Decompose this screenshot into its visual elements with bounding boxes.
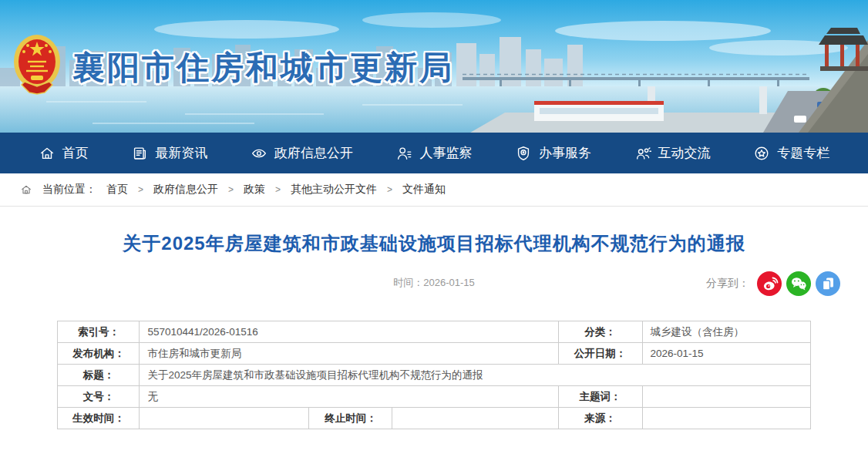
nav-item-home[interactable]: 首页 <box>39 144 89 162</box>
table-row: 标题： 关于2025年房屋建筑和市政基础设施项目招标代理机构不规范行为的通报 <box>58 365 810 386</box>
nav-item-label: 最新资讯 <box>155 144 207 162</box>
nav-item-special-topics[interactable]: 专题专栏 <box>753 144 829 162</box>
pub-date-label: 公开日期： <box>558 343 642 365</box>
table-row: 生效时间： 终止时间： 来源： <box>58 408 810 429</box>
source-label: 来源： <box>558 408 642 429</box>
expiry-label: 终止时间： <box>309 408 392 429</box>
eye-icon <box>251 145 267 162</box>
page-title: 关于2025年房屋建筑和市政基础设施项目招标代理机构不规范行为的通报 <box>46 231 822 256</box>
title-label: 标题： <box>58 365 140 386</box>
national-emblem-icon <box>12 32 62 103</box>
document-meta-table: 索引号： 557010441/2026-01516 分类： 城乡建设（含住房） … <box>57 321 810 429</box>
weibo-share-icon[interactable] <box>757 271 782 296</box>
main-nav: 首页 最新资讯 政府信息公开 人事监察 办事服务 互动交流 专题专栏 <box>0 133 868 173</box>
nav-item-gov-info[interactable]: 政府信息公开 <box>251 144 353 162</box>
breadcrumb-item-policy[interactable]: 政策 <box>244 183 265 197</box>
source-value <box>642 408 810 429</box>
agency-label: 发布机构： <box>58 343 140 365</box>
nav-item-news[interactable]: 最新资讯 <box>131 144 207 162</box>
article-meta-row: 时间：2026-01-15 分享到： <box>0 267 868 299</box>
copy-share-icon[interactable] <box>816 271 840 296</box>
nav-item-label: 人事监察 <box>419 144 472 162</box>
breadcrumb-item-other-public-docs[interactable]: 其他主动公开文件 <box>291 183 377 197</box>
nav-item-label: 专题专栏 <box>777 144 829 162</box>
effective-value <box>140 408 309 429</box>
breadcrumb: 当前位置： 首页 > 政府信息公开 > 政策 > 其他主动公开文件 > 文件通知 <box>0 173 868 207</box>
index-value: 557010441/2026-01516 <box>140 321 558 343</box>
nav-item-label: 办事服务 <box>539 144 591 162</box>
keywords-label: 主题词： <box>558 386 642 408</box>
category-value: 城乡建设（含住房） <box>642 321 810 343</box>
breadcrumb-item-home[interactable]: 首页 <box>106 183 128 197</box>
agency-value: 市住房和城市更新局 <box>140 343 558 365</box>
home-small-icon <box>20 183 32 196</box>
person-icon <box>395 145 412 162</box>
title-value: 关于2025年房屋建筑和市政基础设施项目招标代理机构不规范行为的通报 <box>140 365 810 386</box>
people-chat-icon <box>634 145 651 162</box>
nav-item-interaction[interactable]: 互动交流 <box>634 144 711 162</box>
nav-item-label: 互动交流 <box>658 144 711 162</box>
share-label: 分享到： <box>706 277 749 291</box>
nav-item-label: 首页 <box>62 144 89 162</box>
time-value: 2026-01-15 <box>423 277 475 288</box>
keywords-value <box>642 386 810 408</box>
home-icon <box>39 145 56 162</box>
doc-no-label: 文号： <box>58 386 140 408</box>
breadcrumb-prefix: 当前位置： <box>42 183 96 197</box>
shield-icon <box>515 145 532 162</box>
table-row: 文号： 无 主题词： <box>58 386 810 408</box>
breadcrumb-item-gov-info[interactable]: 政府信息公开 <box>153 183 218 197</box>
breadcrumb-separator: > <box>275 184 281 195</box>
effective-label: 生效时间： <box>58 408 140 429</box>
wechat-share-icon[interactable] <box>786 271 811 296</box>
nav-item-services[interactable]: 办事服务 <box>515 144 591 162</box>
category-label: 分类： <box>558 321 642 343</box>
nav-item-label: 政府信息公开 <box>274 144 353 162</box>
breadcrumb-separator: > <box>387 184 392 195</box>
breadcrumb-separator: > <box>138 184 143 195</box>
share-bar: 分享到： <box>706 271 840 296</box>
breadcrumb-item-doc-notice[interactable]: 文件通知 <box>402 183 446 197</box>
article-content: 关于2025年房屋建筑和市政基础设施项目招标代理机构不规范行为的通报 时间：20… <box>0 207 868 429</box>
pub-date-value: 2026-01-15 <box>642 343 810 365</box>
news-icon <box>131 145 148 162</box>
star-icon <box>753 145 770 162</box>
time-label: 时间： <box>393 277 423 288</box>
table-row: 发布机构： 市住房和城市更新局 公开日期： 2026-01-15 <box>58 343 810 365</box>
table-row: 索引号： 557010441/2026-01516 分类： 城乡建设（含住房） <box>58 321 810 343</box>
nav-item-personnel[interactable]: 人事监察 <box>395 144 472 162</box>
index-label: 索引号： <box>58 321 140 343</box>
expiry-value <box>392 408 558 429</box>
doc-no-value: 无 <box>140 386 558 408</box>
site-title: 襄阳市住房和城市更新局 <box>72 46 454 89</box>
header-banner: 襄阳市住房和城市更新局 <box>0 0 868 133</box>
breadcrumb-separator: > <box>228 184 234 195</box>
